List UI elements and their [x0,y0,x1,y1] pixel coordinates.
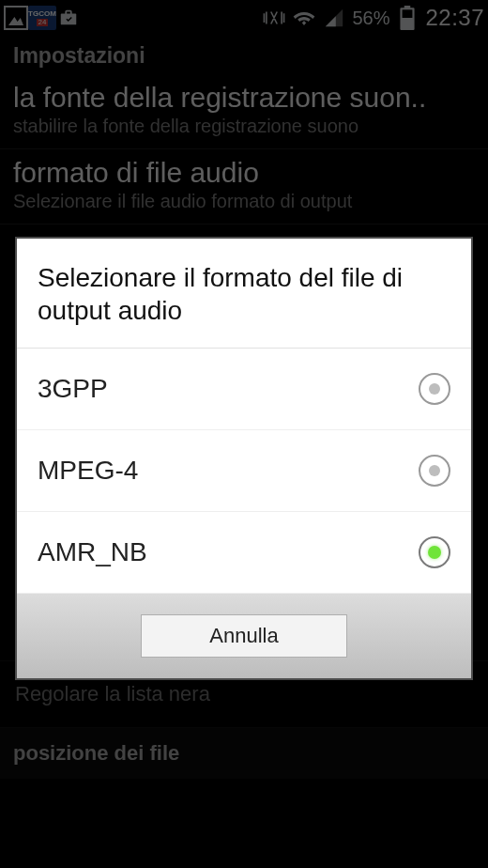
wifi-icon [292,6,316,30]
section-file-position: posizione dei file [0,728,488,779]
page-header: Impostazioni [0,36,488,74]
audio-format-dialog: Selezionare il formato del file di outpu… [15,237,473,680]
status-bar: TGCOM24 56% 22:37 [0,0,488,36]
option-amr-nb[interactable]: AMR_NB [17,512,471,594]
statusbar-briefcase-icon [56,6,81,30]
radio-icon [419,373,450,405]
vibrate-icon [262,6,286,30]
statusbar-picture-icon [4,6,28,30]
setting-title: la fonte della registrazione suon.. [13,82,475,114]
signal-icon [322,6,346,30]
statusbar-tgcom-icon: TGCOM24 [30,6,54,30]
dialog-header: Selezionare il formato del file di outpu… [17,239,471,349]
radio-icon-selected [419,536,450,568]
option-3gpp[interactable]: 3GPP [17,349,471,430]
dialog-title: Selezionare il formato del file di outpu… [38,261,450,327]
cancel-button[interactable]: Annulla [141,614,347,658]
dialog-footer: Annulla [17,594,471,678]
option-mpeg4[interactable]: MPEG-4 [17,430,471,512]
clock: 22:37 [425,5,484,31]
setting-title: formato di file audio [13,157,475,189]
setting-sub: stabilire la fonte della registrazione s… [13,116,475,137]
option-label: AMR_NB [38,537,147,567]
setting-sub: Selezionare il file audio formato di out… [13,191,475,212]
battery-icon [395,6,419,30]
setting-label: Regolare la lista nera [15,682,210,706]
setting-recording-source[interactable]: la fonte della registrazione suon.. stab… [0,74,488,149]
setting-audio-format[interactable]: formato di file audio Selezionare il fil… [0,149,488,225]
option-label: 3GPP [38,374,108,404]
battery-percent: 56% [352,8,389,29]
option-label: MPEG-4 [38,456,138,486]
radio-icon [419,455,450,487]
page-title: Impostazioni [13,43,475,69]
